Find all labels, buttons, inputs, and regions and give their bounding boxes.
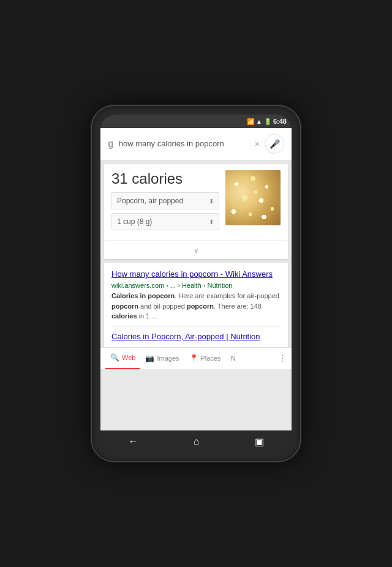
status-time: 6:48 xyxy=(273,118,287,125)
calories-count: 31 calories xyxy=(111,170,219,187)
dropdown-arrow-serving: ⬍ xyxy=(209,219,214,225)
battery-icon: 🔋 xyxy=(264,118,271,125)
card-top: 31 calories Popcorn, air popped ⬍ 1 cup … xyxy=(104,164,288,240)
dropdown-arrow-food: ⬍ xyxy=(209,198,214,205)
food-type-label: Popcorn, air popped xyxy=(117,197,183,205)
web-search-icon: 🔍 xyxy=(110,353,119,362)
navigation-bar: ← ⌂ ▣ xyxy=(100,430,292,452)
result-divider xyxy=(111,326,281,327)
google-logo: g xyxy=(108,138,114,149)
status-bar: 📶 ▲ 🔋 6:48 xyxy=(100,115,292,128)
result-1-title[interactable]: How many calories in popcorn - Wiki Answ… xyxy=(111,269,281,280)
serving-size-dropdown[interactable]: 1 cup (8 g) ⬍ xyxy=(111,213,219,230)
card-info: 31 calories Popcorn, air popped ⬍ 1 cup … xyxy=(111,170,219,234)
places-icon: 📍 xyxy=(189,354,198,362)
expand-icon: ∨ xyxy=(194,246,199,255)
tab-images-label: Images xyxy=(157,355,179,362)
mic-icon: 🎤 xyxy=(270,139,280,149)
recents-button[interactable]: ▣ xyxy=(250,434,269,450)
search-bar: g how many calories in popcorn × 🎤 xyxy=(100,128,292,160)
more-options-icon[interactable]: ⋮ xyxy=(278,353,287,363)
result-2-title[interactable]: Calories in Popcorn, Air-popped | Nutrit… xyxy=(111,332,281,341)
search-query-text: how many calories in popcorn xyxy=(119,139,250,149)
phone-frame: 📶 ▲ 🔋 6:48 g how many calories in popcor… xyxy=(92,106,300,461)
tab-places-label: Places xyxy=(201,355,221,362)
wifi-icon: 📶 xyxy=(247,118,254,125)
tab-web[interactable]: 🔍 Web xyxy=(105,348,140,369)
food-type-dropdown[interactable]: Popcorn, air popped ⬍ xyxy=(111,192,219,209)
home-button[interactable]: ⌂ xyxy=(189,434,205,449)
result-1-snippet: Calories in popcorn. Here are examples f… xyxy=(111,291,281,321)
result-1-url: wiki.answers.com › ... › Health › Nutrit… xyxy=(111,282,281,289)
images-icon: 📷 xyxy=(145,354,154,362)
clear-button[interactable]: × xyxy=(255,139,260,149)
serving-size-label: 1 cup (8 g) xyxy=(117,217,152,226)
tab-news[interactable]: N xyxy=(226,348,241,369)
expand-button[interactable]: ∨ xyxy=(104,240,288,259)
status-icons: 📶 ▲ 🔋 6:48 xyxy=(247,118,287,125)
search-results: How many calories in popcorn - Wiki Answ… xyxy=(104,263,288,347)
popcorn-visual xyxy=(225,170,281,225)
tab-places[interactable]: 📍 Places xyxy=(184,348,226,369)
signal-icon: ▲ xyxy=(256,118,262,125)
tab-images[interactable]: 📷 Images xyxy=(140,348,184,369)
screen-content: g how many calories in popcorn × 🎤 31 ca… xyxy=(100,128,292,430)
phone-screen: 📶 ▲ 🔋 6:48 g how many calories in popcor… xyxy=(100,115,292,452)
tab-web-label: Web xyxy=(122,354,135,361)
mic-button[interactable]: 🎤 xyxy=(265,134,284,154)
knowledge-card: 31 calories Popcorn, air popped ⬍ 1 cup … xyxy=(104,164,288,259)
tab-news-label: N xyxy=(231,355,236,362)
bottom-tabs-bar: 🔍 Web 📷 Images 📍 Places N ⋮ xyxy=(100,347,292,369)
back-button[interactable]: ← xyxy=(123,434,143,449)
food-image xyxy=(225,170,281,225)
